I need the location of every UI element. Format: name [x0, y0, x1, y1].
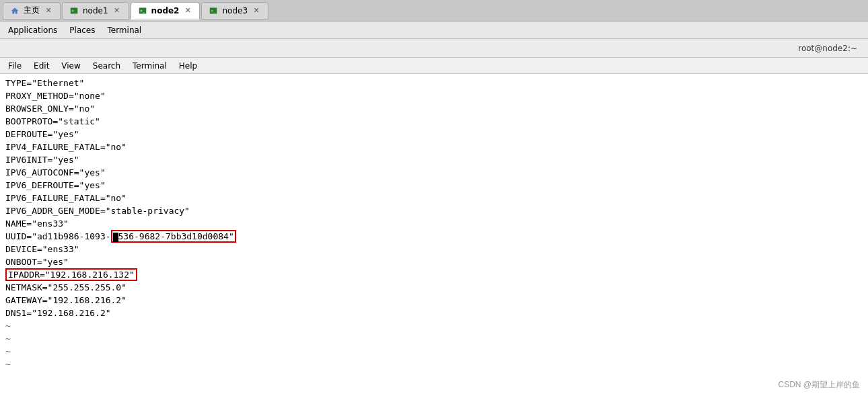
tab-home-label: 主页	[24, 5, 40, 16]
tab-node3-label: node3	[222, 6, 248, 15]
svg-text:>_: >_	[71, 8, 77, 13]
terminal-line: IPV6_DEFROUTE="yes"	[5, 179, 863, 192]
terminal-content: TYPE="Ethernet"PROXY_METHOD="none"BROWSE…	[0, 74, 868, 396]
menu-terminal-top[interactable]: Terminal	[102, 24, 147, 36]
terminal-line: DEFROUTE="yes"	[5, 128, 863, 141]
tab-node2-label: node2	[151, 6, 180, 15]
terminal-line: DEVICE="ens33"	[5, 243, 863, 255]
terminal-line: IPV6_AUTOCONF="yes"	[5, 166, 863, 179]
titlebar-text: root@node2:~	[798, 44, 857, 53]
tab-node2[interactable]: >_ node2 ✕	[131, 2, 201, 19]
terminal-line: BOOTPROTO="static"	[5, 115, 863, 128]
menu-view[interactable]: View	[56, 60, 85, 72]
terminal-line: IPV6INIT="yes"	[5, 153, 863, 166]
tab-bar: 主页 ✕ >_ node1 ✕ >_ node2 ✕ >_	[0, 0, 868, 22]
terminal-line: NETMASK="255.255.255.0"	[5, 281, 863, 294]
svg-text:>_: >_	[140, 8, 145, 13]
terminal-line: ~	[5, 345, 863, 358]
svg-text:>_: >_	[211, 8, 217, 13]
menu-applications[interactable]: Applications	[3, 24, 63, 36]
terminal-line: PROXY_METHOD="none"	[5, 89, 863, 102]
menu-edit[interactable]: Edit	[28, 60, 55, 72]
top-menu-bar: Applications Places Terminal	[0, 22, 868, 39]
terminal-line: DNS1="192.168.216.2"	[5, 307, 863, 319]
terminal-line: NAME="ens33"	[5, 217, 863, 230]
menu-file[interactable]: File	[3, 60, 27, 72]
terminal-icon-node3: >_	[209, 6, 218, 15]
home-icon	[10, 6, 20, 15]
inner-menu-bar: File Edit View Search Terminal Help	[0, 58, 868, 74]
terminal-icon-node2: >_	[138, 6, 147, 15]
tab-node1-label: node1	[83, 6, 108, 15]
terminal-line: UUID="ad11b986-1093-536-9682-7bb3d10d008…	[5, 230, 863, 243]
tab-node1-close[interactable]: ✕	[112, 6, 122, 15]
tab-node2-close[interactable]: ✕	[183, 6, 192, 15]
terminal-line: IPV6_FAILURE_FATAL="no"	[5, 192, 863, 204]
tab-home[interactable]: 主页 ✕	[3, 2, 61, 19]
menu-terminal[interactable]: Terminal	[127, 60, 172, 72]
terminal-icon-node1: >_	[69, 6, 79, 15]
terminal-line: ~	[5, 332, 863, 345]
watermark: CSDN @期望上岸的鱼	[778, 379, 860, 391]
terminal-line: BROWSER_ONLY="no"	[5, 102, 863, 115]
tab-node1[interactable]: >_ node1 ✕	[62, 2, 129, 19]
tab-home-close[interactable]: ✕	[44, 6, 53, 15]
tab-node3-close[interactable]: ✕	[252, 6, 261, 15]
terminal-line: ~	[5, 319, 863, 332]
terminal-line: ONBOOT="yes"	[5, 255, 863, 268]
menu-places[interactable]: Places	[64, 24, 100, 36]
terminal-line: GATEWAY="192.168.216.2"	[5, 294, 863, 307]
terminal-line: ~	[5, 358, 863, 370]
terminal-line: IPV6_ADDR_GEN_MODE="stable-privacy"	[5, 204, 863, 217]
menu-search[interactable]: Search	[87, 60, 126, 72]
titlebar: root@node2:~	[0, 39, 868, 58]
menu-help[interactable]: Help	[174, 60, 203, 72]
terminal-line: IPADDR="192.168.216.132"	[5, 268, 863, 281]
terminal-line: IPV4_FAILURE_FATAL="no"	[5, 141, 863, 153]
terminal-line: TYPE="Ethernet"	[5, 77, 863, 89]
tab-node3[interactable]: >_ node3 ✕	[201, 2, 268, 19]
